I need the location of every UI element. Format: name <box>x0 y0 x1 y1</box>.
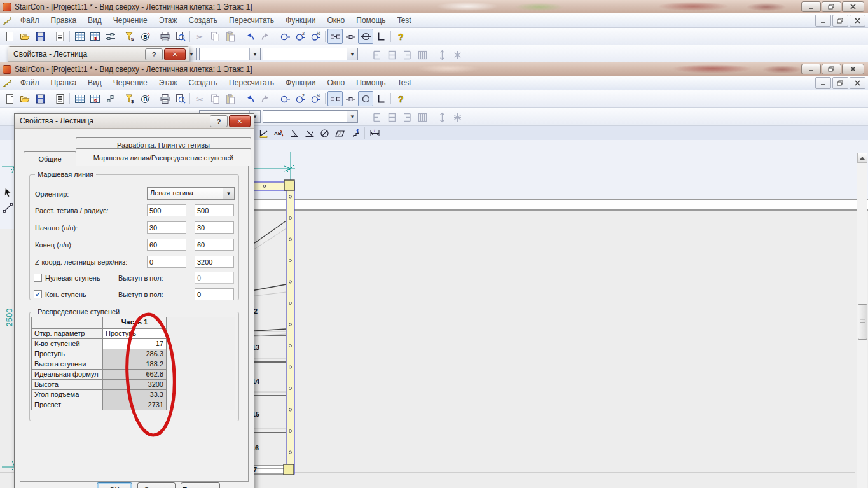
menu-item-правка[interactable]: Правка <box>45 77 83 88</box>
row-value[interactable]: 33.3 <box>102 390 167 400</box>
angle-arc-icon[interactable] <box>286 125 301 141</box>
row-value[interactable]: 662.8 <box>102 370 167 380</box>
start-right[interactable] <box>195 221 234 234</box>
printer-icon[interactable] <box>157 91 172 106</box>
save-icon[interactable] <box>32 29 48 44</box>
table-header-part1[interactable]: Часть 1 <box>102 317 167 329</box>
open-folder-icon[interactable] <box>17 91 32 106</box>
funnel-dollar-icon[interactable]: $ <box>122 91 137 106</box>
table-grid-icon[interactable] <box>72 91 87 106</box>
scrollbar-thumb[interactable] <box>858 304 867 340</box>
row-label[interactable]: Проступь <box>31 349 103 359</box>
mdi-restore-icon[interactable] <box>832 77 848 89</box>
z-bottom[interactable] <box>195 256 234 268</box>
dash-square-icon[interactable] <box>343 29 358 44</box>
crosshair-icon[interactable] <box>358 91 373 106</box>
table-cash-icon[interactable]: $ <box>87 91 102 106</box>
line-tool-icon[interactable] <box>0 200 15 215</box>
menu-item-этаж[interactable]: Этаж <box>153 77 183 88</box>
recalc-b-icon[interactable]: B <box>137 91 153 106</box>
menu-item-test[interactable]: Test <box>392 15 417 26</box>
link-squares-icon[interactable] <box>327 91 343 106</box>
table-corner-cell[interactable] <box>31 317 103 329</box>
dash-square-icon[interactable] <box>343 91 358 106</box>
row-value[interactable]: Проступь <box>102 329 167 339</box>
row-label[interactable]: Высота ступени <box>31 359 103 370</box>
dialog-title-bar[interactable]: Свойства - Лестница ? ✕ <box>15 114 254 129</box>
funnel-dollar-icon[interactable]: $ <box>122 29 137 44</box>
toolbar-combobox-c[interactable]: ▼ <box>263 48 358 60</box>
menu-item-окно[interactable]: Окно <box>321 15 350 26</box>
document-list-icon[interactable] <box>52 91 67 106</box>
restore-icon[interactable] <box>822 1 841 12</box>
close-icon[interactable] <box>842 64 864 74</box>
close-icon[interactable] <box>842 1 864 12</box>
menu-item-создать[interactable]: Создать <box>183 15 223 26</box>
menu-item-файл[interactable]: Файл <box>15 15 45 26</box>
zero-step-checkbox[interactable] <box>34 274 42 282</box>
ok-button[interactable]: OK <box>97 482 132 488</box>
stair-arrow-icon[interactable] <box>347 125 362 141</box>
menu-item-окно[interactable]: Окно <box>321 77 350 88</box>
mdi-minimize-icon[interactable] <box>815 15 831 27</box>
row-value[interactable]: 17 <box>102 339 167 349</box>
menu-item-пересчитать[interactable]: Пересчитать <box>223 77 280 88</box>
close-icon[interactable]: ✕ <box>164 48 186 60</box>
menu-item-черчение[interactable]: Черчение <box>107 77 153 88</box>
end-left[interactable] <box>147 239 186 251</box>
vertical-scrollbar[interactable] <box>857 153 867 488</box>
minimize-icon[interactable] <box>801 1 821 12</box>
new-document-icon[interactable] <box>2 29 17 44</box>
apply-button[interactable]: Применить <box>181 482 220 488</box>
end-step-checkbox[interactable]: ✔ <box>34 290 42 298</box>
cursor-arrow-icon[interactable] <box>0 185 15 200</box>
close-icon[interactable]: ✕ <box>229 115 251 127</box>
table-cash-icon[interactable]: $ <box>87 29 102 44</box>
angle-dot-icon[interactable] <box>301 125 317 141</box>
circle-slash-icon[interactable] <box>317 125 332 141</box>
mdi-minimize-icon[interactable] <box>815 77 831 89</box>
menu-item-пересчитать[interactable]: Пересчитать <box>223 15 280 26</box>
undo-icon[interactable] <box>242 91 258 106</box>
menu-item-черчение[interactable]: Черчение <box>107 15 153 26</box>
title-bar[interactable]: StairCon - [Project1:1 * - Вид сверху - … <box>0 0 868 13</box>
title-bar[interactable]: StairCon - [Project1:1 * - Вид сверху - … <box>0 62 868 76</box>
menu-item-test[interactable]: Test <box>392 77 417 88</box>
circle-tail-half-icon[interactable]: ½ <box>308 29 323 44</box>
corner-angle-icon[interactable] <box>373 91 389 106</box>
circle-tail-half-icon[interactable]: ½ <box>308 91 323 106</box>
row-label[interactable]: Откр. параметр <box>31 329 103 339</box>
print-preview-icon[interactable] <box>172 91 188 106</box>
printer-icon[interactable] <box>157 29 172 44</box>
menu-item-вид[interactable]: Вид <box>82 77 107 88</box>
print-preview-icon[interactable] <box>172 29 188 44</box>
toolbar-combobox-c[interactable]: ▼ <box>263 110 358 123</box>
end-step-offset[interactable] <box>195 288 234 300</box>
row-value[interactable]: 3200 <box>102 380 167 390</box>
tab-march-line[interactable]: Маршевая линия/Распределение ступеней <box>76 148 251 166</box>
circle-tail-icon[interactable] <box>277 29 293 44</box>
ab-slash-icon[interactable]: AB <box>271 125 286 141</box>
restore-icon[interactable] <box>822 64 841 74</box>
document-list-icon[interactable] <box>52 29 67 44</box>
step-distribution-table[interactable]: Часть 1Откр. параметрПроступьК-во ступен… <box>31 317 235 410</box>
help-icon[interactable]: ? <box>210 115 228 127</box>
minimize-icon[interactable] <box>801 64 821 74</box>
menu-item-функции[interactable]: Функции <box>280 15 321 26</box>
help-yellow-icon[interactable]: ? <box>393 91 408 106</box>
circle-tail-icon[interactable] <box>277 91 293 106</box>
help-icon[interactable]: ? <box>145 48 163 60</box>
row-label[interactable]: Идеальная формул <box>31 370 103 380</box>
width-marker-icon[interactable]: i <box>367 125 382 141</box>
row-value[interactable]: 286.3 <box>102 349 167 359</box>
row-label[interactable]: К-во ступеней <box>31 339 103 349</box>
mdi-restore-icon[interactable] <box>832 15 848 27</box>
tab-general[interactable]: Общие <box>24 151 76 166</box>
menu-item-файл[interactable]: Файл <box>15 77 45 88</box>
recalc-b-icon[interactable]: B <box>137 29 153 44</box>
menu-item-создать[interactable]: Создать <box>183 77 223 88</box>
save-icon[interactable] <box>32 91 48 106</box>
row-value[interactable]: 188.2 <box>102 359 167 370</box>
crosshair-icon[interactable] <box>358 29 373 44</box>
row-label[interactable]: Высота <box>31 380 103 390</box>
